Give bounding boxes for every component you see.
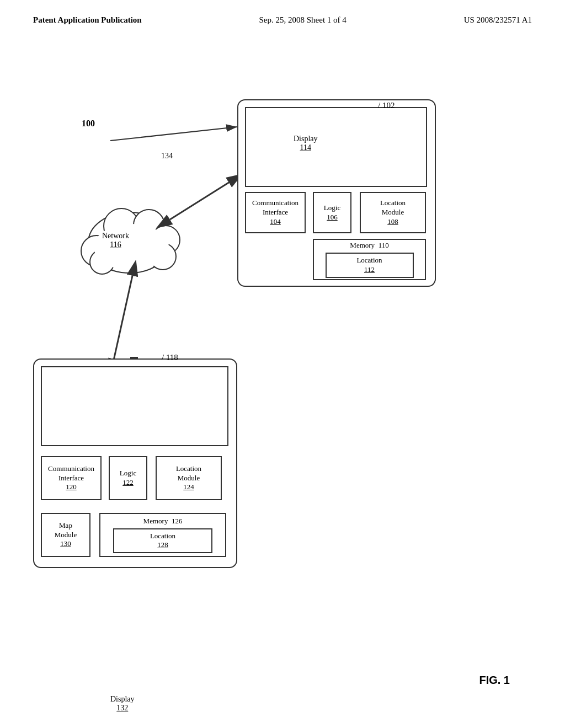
label-102: / 102: [378, 101, 395, 110]
device-118: Display 132 CommunicationInterface 120 L…: [33, 358, 237, 568]
display-102-label: Display 114: [294, 135, 318, 152]
network-cloud: [81, 208, 180, 274]
svg-point-8: [90, 250, 114, 274]
fig-label: FIG. 1: [479, 674, 510, 687]
location-module-102: LocationModule 108: [360, 192, 426, 233]
svg-point-5: [134, 210, 164, 240]
display-118-label: Display 132: [110, 695, 135, 713]
svg-point-6: [151, 226, 180, 254]
header-center: Sep. 25, 2008 Sheet 1 of 4: [259, 15, 347, 25]
map-module-118: MapModule 130: [41, 513, 90, 557]
comm-interface-118: CommunicationInterface 120: [41, 456, 102, 500]
memory-102: Memory 110 Location 112: [313, 239, 426, 280]
display-102: [245, 107, 427, 187]
comm-interface-102: CommunicationInterface 104: [245, 192, 306, 233]
label-100: 100: [82, 119, 95, 129]
network-label: Network 116: [102, 232, 129, 249]
svg-point-7: [150, 243, 176, 270]
page-header: Patent Application Publication Sep. 25, …: [0, 0, 565, 25]
logic-118: Logic 122: [109, 456, 147, 500]
display-118: [41, 366, 228, 446]
label-134: 134: [161, 152, 173, 160]
header-right: US 2008/232571 A1: [464, 15, 532, 25]
header-left: Patent Application Publication: [33, 15, 142, 25]
arrow-net-device102-upper: [170, 174, 243, 220]
location-module-118: LocationModule 124: [156, 456, 222, 500]
logic-102: Logic 106: [313, 192, 351, 233]
device-102: Display 114 CommunicationInterface 104 L…: [237, 99, 436, 287]
svg-point-2: [88, 212, 171, 273]
memory-118: Memory 126 Location 128: [99, 513, 226, 557]
ref100-arrow: [110, 127, 237, 141]
label-118: / 118: [162, 353, 178, 362]
diagram: 100 134 Network 116 Display 114 Communic…: [0, 55, 565, 717]
